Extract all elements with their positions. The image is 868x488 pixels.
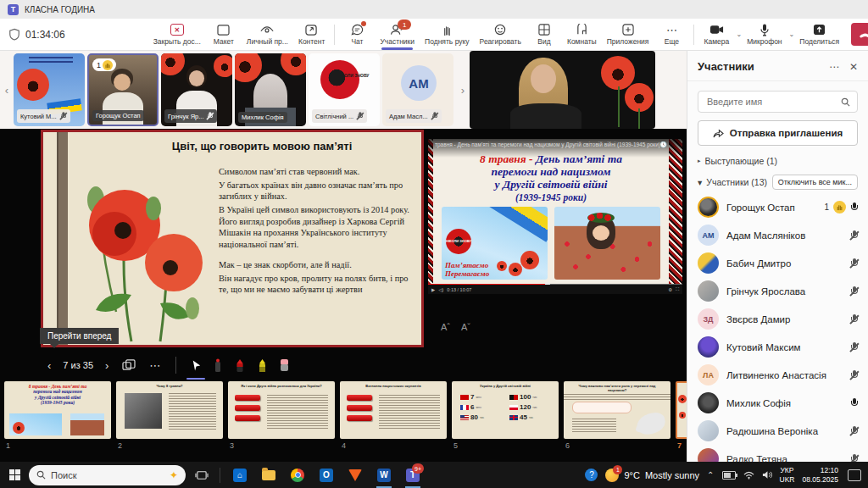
fullscreen-icon[interactable]: ⛶: [676, 286, 679, 292]
share-screen-icon: [813, 24, 826, 36]
filmstrip-thumb-6[interactable]: Чому важливо пам’ятати роль у перемозі н…: [564, 381, 670, 439]
taskbar-app-outlook[interactable]: O: [312, 462, 341, 488]
toolbar-button-apps[interactable]: Приложения: [602, 19, 654, 50]
eraser-tool[interactable]: [273, 353, 295, 377]
clock[interactable]: 12:10 08.05.2025: [802, 466, 838, 484]
toolbar-button-participants[interactable]: 1 Участники: [375, 19, 420, 50]
toolbar-button-content[interactable]: Контент: [293, 19, 331, 50]
task-view-button[interactable]: [189, 469, 214, 481]
taskbar-app-teams[interactable]: T 9+: [398, 462, 427, 488]
toolbar-button-layout[interactable]: Макет: [206, 19, 242, 50]
next-slide-button[interactable]: ›: [98, 353, 115, 377]
toolbar-button-share[interactable]: Поделиться: [794, 19, 844, 50]
toolbar-button-chat[interactable]: Чат: [339, 19, 375, 50]
toolbar-button-raise-hand[interactable]: Поднять руку: [420, 19, 475, 50]
taskbar-app-store[interactable]: ⌂: [225, 462, 254, 488]
participant-row[interactable]: Бабич Дмитро: [687, 249, 868, 277]
play-icon[interactable]: ▶: [431, 287, 435, 292]
filmstrip-thumb-5[interactable]: Україна у Другій світовій війні 7млн 100…: [452, 381, 559, 439]
filmstrip-slot-6[interactable]: Чому важливо пам’ятати роль у перемозі н…: [564, 381, 670, 459]
notification-center-icon[interactable]: [848, 469, 861, 481]
leave-button[interactable]: Выйти ⌄: [851, 23, 868, 46]
participant-row[interactable]: Кутовий Максим: [687, 333, 868, 361]
filmstrip-slot-4[interactable]: Вигнання нацистських окупантів 4: [340, 381, 447, 459]
filmstrip-slot-3[interactable]: Як і коли Друга війна розпочалася для Ук…: [228, 381, 335, 459]
camera-chevron[interactable]: ⌄: [736, 30, 742, 38]
font-increase-button[interactable]: Aˆ: [441, 322, 450, 332]
strip-prev-arrow[interactable]: ‹: [0, 84, 14, 97]
video-tile-kutoviy[interactable]: Кутовий М...: [14, 53, 85, 126]
volume-icon[interactable]: ◁): [438, 287, 443, 292]
video-tile-mykhlyk[interactable]: Михлик Софія: [235, 53, 306, 126]
taskbar-app-word[interactable]: W: [370, 462, 398, 488]
participant-row[interactable]: АМ Адам Масляніков: [687, 221, 868, 249]
help-icon[interactable]: ?: [585, 469, 598, 481]
search-input[interactable]: [705, 96, 836, 108]
participant-row[interactable]: ЛА Литвиненко Анастасія: [687, 361, 868, 389]
send-invite-button[interactable]: Отправка приглашения: [698, 120, 858, 146]
volume-icon[interactable]: [762, 470, 772, 480]
presenter-video[interactable]: [470, 51, 655, 129]
toolbar-button-more[interactable]: ⋯ Еще: [654, 19, 689, 50]
toolbar-button-react[interactable]: Реагировать: [475, 19, 526, 50]
video-player[interactable]: 8 травня - День пам’яті та перемоги над …: [428, 139, 682, 294]
filmstrip-slot-5[interactable]: Україна у Другій світовій війні 7млн 100…: [452, 381, 559, 459]
toolbar-button-mic[interactable]: Микрофон: [742, 19, 787, 50]
video-tile-svitlichnyi[interactable]: НІКОЛИ ЗНОВУ Світлічний ...: [309, 53, 380, 126]
language-indicator[interactable]: УКР UKR: [780, 466, 795, 484]
chat-notification-dot: [361, 21, 366, 26]
taskbar-app-explorer[interactable]: [254, 462, 283, 488]
tray-chevron-up-icon[interactable]: ⌃: [707, 470, 714, 480]
speakers-section-header[interactable]: ▸ Выступающие (1): [698, 156, 858, 166]
window-titlebar: T КЛАСНА ГОДИНА: [0, 0, 868, 19]
panel-more-icon[interactable]: ⋯: [829, 61, 839, 73]
close-document-icon: ✕: [170, 24, 184, 36]
toolbar-button-rooms[interactable]: Комнаты: [562, 19, 602, 50]
slide-grid-button[interactable]: [115, 353, 142, 377]
mic-chevron[interactable]: ⌄: [789, 30, 795, 38]
panel-close-icon[interactable]: ✕: [849, 61, 858, 73]
filmstrip-thumb-1[interactable]: 8 травня - День пам’яті та перемоги над …: [4, 381, 111, 439]
tile-name-label: Михлик Софія: [238, 112, 287, 123]
video-tile-goroshchuk[interactable]: 1 Горощук Остап: [87, 53, 159, 126]
settings-gear-icon[interactable]: ⚙: [668, 287, 672, 292]
filmstrip-thumb-2[interactable]: Чому 8 травня?: [116, 381, 223, 439]
taskbar-app-chrome[interactable]: [283, 462, 312, 488]
font-decrease-button[interactable]: Aˇ: [461, 322, 470, 332]
filmstrip-thumb-3[interactable]: Як і коли Друга війна розпочалася для Ук…: [228, 381, 335, 439]
highlighter-tool[interactable]: [251, 353, 273, 377]
participant-row[interactable]: ЗД Звєрєв Дамир: [687, 305, 868, 333]
video-watch-later-icon[interactable]: 🕓: [659, 141, 667, 148]
start-button[interactable]: [0, 462, 29, 488]
toolbar-button-view[interactable]: Вид: [526, 19, 562, 50]
participant-row[interactable]: Горощук Остап 1: [687, 193, 868, 221]
filmstrip-slot-2[interactable]: Чому 8 травня? 2: [116, 381, 223, 459]
laser-pointer-tool[interactable]: [207, 353, 229, 377]
battery-icon[interactable]: [722, 471, 736, 480]
cursor-tool[interactable]: [185, 353, 207, 377]
toolbar-button-private-view[interactable]: Личный пр...: [242, 19, 293, 50]
mute-all-button[interactable]: Отключить все мик...: [772, 175, 858, 190]
share-content-icon: [305, 24, 318, 36]
filmstrip-slot-1[interactable]: 8 травня - День пам’яті та перемоги над …: [4, 381, 111, 459]
taskbar-app-brave[interactable]: [341, 462, 370, 488]
weather-widget[interactable]: 1 9°C Mostly sunny: [605, 469, 699, 482]
toolbar-button-camera[interactable]: Камера: [698, 19, 734, 50]
participant-row[interactable]: Грінчук Ярослава: [687, 277, 868, 305]
video-tile-maslianikov[interactable]: AM Адам Масл...: [382, 53, 453, 126]
wifi-icon[interactable]: [743, 471, 754, 480]
taskbar-search[interactable]: Поиск ✦: [29, 465, 186, 485]
toolbar-divider: [693, 25, 694, 45]
filmstrip-thumb-4[interactable]: Вигнання нацистських окупантів: [340, 381, 447, 439]
video-tile-grinchuk[interactable]: Грінчук Яр...: [161, 53, 232, 126]
prev-slide-button[interactable]: ‹: [41, 353, 58, 377]
strip-next-arrow[interactable]: ›: [456, 84, 470, 97]
mic-off-icon: [850, 342, 858, 352]
toolbar-button-close-document[interactable]: ✕ Закрыть дос...: [148, 19, 206, 50]
participant-search[interactable]: [698, 91, 858, 113]
more-tools-button[interactable]: ⋯: [142, 353, 167, 377]
pen-tool[interactable]: [229, 353, 251, 377]
video-controls[interactable]: ▶ ◁) 0:13 / 10:07 ⚙ ⛶: [428, 285, 682, 294]
participant-row[interactable]: Радюшина Вероніка: [687, 417, 868, 445]
participant-row[interactable]: Михлик Софія: [687, 389, 868, 417]
